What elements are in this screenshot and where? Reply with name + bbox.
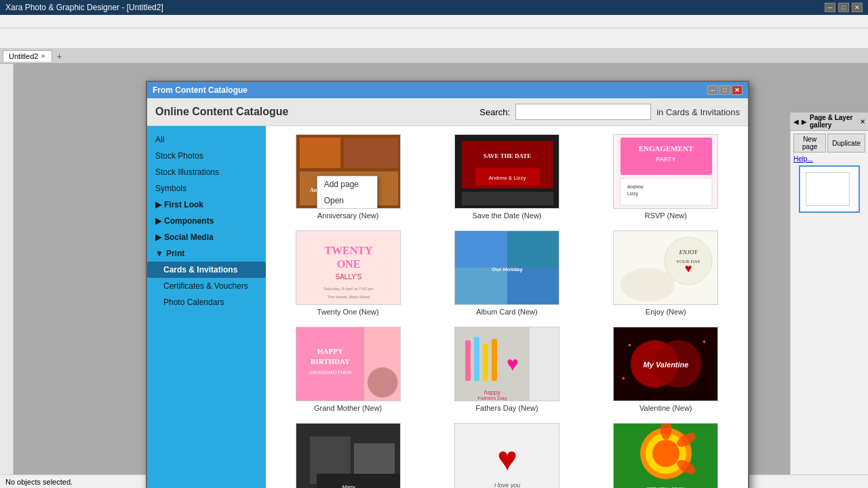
- grid-item-congratulations[interactable]: Many Congratulations Congratulations (Ne…: [274, 423, 422, 488]
- thumb-save-date[interactable]: SAVE THE DATE Andrew & Lizzy: [454, 134, 559, 209]
- thumb-twenty-one[interactable]: TWENTY ONE SALLY'S Saturday, 8 April at …: [296, 230, 401, 305]
- sidebar-item-components[interactable]: ▶ Components: [147, 213, 266, 229]
- sidebar-item-cards[interactable]: Cards & Invitations: [147, 262, 266, 278]
- thumb-i-love-you[interactable]: ♥ I love you: [454, 423, 559, 488]
- minimize-button[interactable]: ─: [825, 3, 835, 12]
- page-thumbnail: [799, 165, 860, 213]
- context-menu-open[interactable]: Open: [317, 192, 377, 209]
- page-inner: [806, 172, 850, 206]
- sidebar-item-social-media-label: Social Media: [164, 232, 214, 242]
- layer-panel-arrow-right[interactable]: ▶: [802, 118, 807, 125]
- sidebar-item-symbols[interactable]: Symbols: [147, 180, 266, 197]
- svg-rect-25: [455, 230, 507, 268]
- search-area: Search: in Cards & Invitations: [479, 104, 740, 120]
- content-catalogue-dialog: From Content Catalogue ─ □ ✕ Online Cont…: [146, 81, 749, 488]
- search-input[interactable]: [515, 104, 651, 120]
- sidebar-item-photo-calendars[interactable]: Photo Calendars: [147, 294, 266, 310]
- svg-rect-26: [507, 230, 559, 268]
- search-context: in Cards & Invitations: [656, 107, 740, 117]
- dialog-minimize-button[interactable]: ─: [707, 85, 718, 95]
- thumb-rsvp[interactable]: ENGAGEMENT PARTY Andrew Lizzy: [613, 134, 718, 209]
- sidebar-item-all-label: All: [155, 135, 164, 144]
- app-title: Xara Photo & Graphic Designer - [Untitle…: [5, 3, 825, 12]
- layer-panel-arrow-left[interactable]: ◀: [793, 118, 799, 125]
- svg-text:Lizzy: Lizzy: [627, 191, 638, 197]
- thumb-album-card[interactable]: Our Holiday: [454, 230, 559, 305]
- grid-item-save-date[interactable]: SAVE THE DATE Andrew & Lizzy Save the Da…: [433, 134, 580, 220]
- svg-rect-46: [474, 337, 479, 381]
- dialog-body: All Stock Photos Stock Illustrations Sym…: [147, 126, 748, 488]
- grid-item-valentine[interactable]: My Valentine ✦ ✦ ✦ Valentine (New): [592, 327, 740, 412]
- dialog-header: Online Content Catalogue Search: in Card…: [147, 98, 748, 126]
- sidebar-item-stock-illustrations[interactable]: Stock Illustrations: [147, 164, 266, 180]
- grid-item-enjoy-label: Enjoy (New): [646, 308, 686, 316]
- layer-panel: ◀ ▶ Page & Layer gallery ✕ New page Dupl…: [790, 113, 868, 488]
- sidebar-item-first-look[interactable]: ▶ First Look: [147, 197, 266, 213]
- svg-text:Fathers Day: Fathers Day: [477, 395, 507, 401]
- svg-rect-10: [462, 192, 553, 205]
- grid-item-fathers-day[interactable]: ♥ happy Fathers Day Fathers Day (New): [433, 327, 580, 412]
- thumb-valentine[interactable]: My Valentine ✦ ✦ ✦: [613, 327, 718, 401]
- new-page-button[interactable]: New page: [793, 134, 826, 152]
- new-tab-button[interactable]: +: [52, 49, 66, 63]
- svg-rect-2: [344, 138, 398, 168]
- svg-rect-62: [317, 474, 400, 488]
- svg-rect-1: [300, 138, 340, 168]
- grid-item-album-card[interactable]: Our Holiday Album Card (New): [433, 230, 580, 316]
- doc-tab-close[interactable]: ✕: [41, 53, 46, 60]
- grid-item-anniversary-label: Anniversary (New): [317, 211, 378, 220]
- thumb-fathers-day[interactable]: ♥ happy Fathers Day: [454, 327, 559, 401]
- svg-text:♥: ♥: [685, 262, 692, 275]
- svg-point-42: [368, 367, 397, 397]
- grid-item-i-love-you[interactable]: ♥ I love you I love you (New): [433, 423, 580, 488]
- grid-item-anniversary[interactable]: Anniversary Add page Open Anniversary (N…: [274, 134, 422, 220]
- maximize-button[interactable]: □: [838, 3, 849, 12]
- layer-panel-help[interactable]: Help...: [793, 155, 865, 163]
- sidebar-item-cards-label: Cards & Invitations: [163, 265, 237, 274]
- sidebar-item-all[interactable]: All: [147, 131, 266, 148]
- doc-tab-untitled[interactable]: Untitled2 ✕: [3, 50, 52, 62]
- svg-text:ENGAGEMENT: ENGAGEMENT: [639, 144, 694, 152]
- svg-text:Saturday, 8 April at 7:00 pm: Saturday, 8 April at 7:00 pm: [323, 287, 374, 291]
- sidebar-item-print[interactable]: ▼ Print: [147, 245, 266, 262]
- dialog-maximize-button[interactable]: □: [719, 85, 730, 95]
- thumb-get-well[interactable]: GET WELL SOON: [613, 423, 718, 488]
- svg-rect-48: [492, 339, 497, 381]
- grid-item-rsvp[interactable]: ENGAGEMENT PARTY Andrew Lizzy RSVP (New): [592, 134, 740, 220]
- context-menu-add-page[interactable]: Add page: [317, 176, 377, 192]
- thumb-grand-mother[interactable]: HAPPY BIRTHDAY GRANDMOTHER: [296, 327, 401, 401]
- svg-rect-47: [483, 344, 488, 381]
- dialog-close-button[interactable]: ✕: [732, 85, 743, 95]
- dialog-titlebar: From Content Catalogue ─ □ ✕: [147, 82, 748, 98]
- grid-item-twenty-one-label: Twenty One (New): [317, 308, 379, 316]
- svg-rect-27: [455, 268, 507, 305]
- svg-text:PARTY: PARTY: [656, 156, 676, 163]
- sidebar-item-stock-photos[interactable]: Stock Photos: [147, 148, 266, 164]
- layer-panel-close[interactable]: ✕: [860, 118, 865, 125]
- close-button[interactable]: ✕: [852, 3, 863, 12]
- grid-item-valentine-label: Valentine (New): [639, 404, 692, 412]
- sidebar-item-stock-illustrations-label: Stock Illustrations: [155, 167, 219, 177]
- sidebar-item-certificates[interactable]: Certificates & Vouchers: [147, 278, 266, 294]
- svg-text:SALLY'S: SALLY'S: [335, 273, 361, 281]
- thumb-anniversary[interactable]: Anniversary Add page Open: [296, 134, 401, 209]
- content-area: Anniversary Add page Open Anniversary (N…: [266, 126, 748, 488]
- grid-item-grand-mother[interactable]: HAPPY BIRTHDAY GRANDMOTHER Grand Mother …: [274, 327, 422, 412]
- svg-text:The Venue, Main Street: The Venue, Main Street: [327, 295, 370, 299]
- thumb-enjoy[interactable]: ENJOY YOUR DAY ♥: [613, 230, 718, 305]
- search-label: Search:: [479, 107, 510, 117]
- app-content: From Content Catalogue ─ □ ✕ Online Cont…: [0, 64, 868, 488]
- duplicate-button[interactable]: Duplicate: [827, 134, 865, 152]
- svg-text:BIRTHDAY: BIRTHDAY: [311, 357, 350, 365]
- grid-item-save-date-label: Save the Date (New): [472, 211, 541, 220]
- svg-text:GRANDMOTHER: GRANDMOTHER: [309, 369, 352, 375]
- grid-item-get-well[interactable]: GET WELL SOON Get Well (New): [592, 423, 740, 488]
- sidebar-item-first-look-label: First Look: [164, 200, 203, 209]
- sidebar-item-social-media[interactable]: ▶ Social Media: [147, 229, 266, 245]
- grid-item-enjoy[interactable]: ENJOY YOUR DAY ♥ Enjoy (New): [592, 230, 740, 316]
- doc-tab-label: Untitled2: [9, 52, 38, 60]
- thumb-congratulations[interactable]: Many Congratulations: [296, 423, 401, 488]
- app-titlebar: Xara Photo & Graphic Designer - [Untitle…: [0, 0, 868, 15]
- svg-text:Our Holiday: Our Holiday: [492, 266, 523, 272]
- grid-item-twenty-one[interactable]: TWENTY ONE SALLY'S Saturday, 8 April at …: [274, 230, 422, 316]
